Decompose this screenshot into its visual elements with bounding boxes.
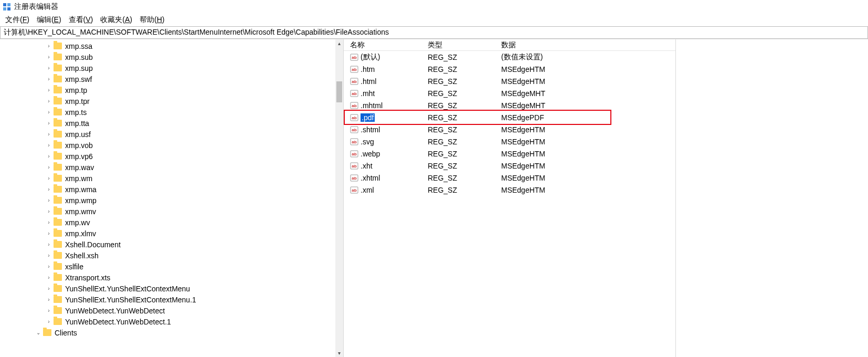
menu-favorites[interactable]: 收藏夹(A) — [100, 15, 132, 25]
value-row[interactable]: ab.mhtREG_SZMSEdgeMHT — [344, 87, 675, 99]
tree-node[interactable]: ›xmp.ssa — [0, 40, 336, 51]
tree-node[interactable]: ›xmp.wmv — [0, 206, 336, 217]
value-name: .mhtml — [361, 101, 383, 110]
chevron-right-icon[interactable]: › — [45, 153, 52, 160]
value-row[interactable]: ab.webpREG_SZMSEdgeHTM — [344, 148, 675, 160]
tree-node[interactable]: ›xmp.wm — [0, 173, 336, 184]
tree-node-label: YunShellExt.YunShellExtContextMenu — [65, 285, 190, 293]
string-value-icon: ab — [350, 113, 358, 122]
chevron-right-icon[interactable]: › — [45, 98, 52, 105]
scroll-down-arrow-icon[interactable]: ▾ — [335, 349, 343, 357]
chevron-right-icon[interactable]: › — [45, 65, 52, 72]
svg-rect-0 — [3, 3, 6, 6]
tree-node[interactable]: ›xmp.vp6 — [0, 151, 336, 162]
menu-view[interactable]: 查看(V) — [69, 15, 93, 25]
value-data: MSEdgePDF — [495, 113, 675, 122]
chevron-right-icon[interactable]: › — [45, 43, 52, 50]
tree-node[interactable]: ›xmp.sub — [0, 51, 336, 62]
tree-node[interactable]: ›YunShellExt.YunShellExtContextMenu — [0, 283, 336, 294]
chevron-down-icon[interactable]: ⌄ — [35, 329, 42, 337]
value-row[interactable]: ab.shtmlREG_SZMSEdgeHTM — [344, 123, 675, 135]
value-row[interactable]: ab.xhtREG_SZMSEdgeHTM — [344, 160, 675, 172]
chevron-right-icon[interactable]: › — [45, 164, 52, 171]
tree-node[interactable]: ›xmp.xlmv — [0, 228, 336, 239]
address-bar[interactable]: 计算机\HKEY_LOCAL_MACHINE\SOFTWARE\Clients\… — [0, 26, 868, 39]
tree-node[interactable]: ›xmp.wma — [0, 184, 336, 195]
tree-node[interactable]: ›YunShellExt.YunShellExtContextMenu.1 — [0, 294, 336, 305]
scroll-up-arrow-icon[interactable]: ▴ — [335, 39, 343, 47]
svg-text:ab: ab — [352, 67, 356, 72]
folder-icon — [54, 76, 62, 82]
chevron-right-icon[interactable]: › — [45, 307, 52, 314]
tree-node[interactable]: ›xmp.swf — [0, 74, 336, 85]
string-value-icon: ab — [350, 77, 358, 86]
tree-node[interactable]: ›xmp.ts — [0, 107, 336, 118]
col-header-name[interactable]: 名称 — [344, 40, 421, 50]
window-title: 注册表编辑器 — [14, 2, 58, 12]
tree-node[interactable]: ⌄Clients — [0, 327, 336, 338]
value-row[interactable]: ab.xmlREG_SZMSEdgeHTM — [344, 184, 675, 196]
folder-icon — [54, 307, 62, 314]
menu-edit[interactable]: 编辑(E) — [37, 15, 61, 25]
value-row[interactable]: ab.htmREG_SZMSEdgeHTM — [344, 63, 675, 75]
tree-node[interactable]: ›xmp.wv — [0, 217, 336, 228]
value-type: REG_SZ — [421, 162, 495, 170]
chevron-right-icon[interactable]: › — [45, 241, 52, 248]
tree-node[interactable]: ›xslfile — [0, 261, 336, 272]
tree-node[interactable]: ›xmp.vob — [0, 140, 336, 151]
menu-help[interactable]: 帮助(H) — [140, 15, 164, 25]
chevron-right-icon[interactable]: › — [45, 252, 52, 259]
chevron-right-icon[interactable]: › — [45, 219, 52, 226]
col-header-type[interactable]: 类型 — [421, 40, 495, 50]
chevron-right-icon[interactable]: › — [45, 296, 52, 303]
chevron-right-icon[interactable]: › — [45, 197, 52, 204]
chevron-right-icon[interactable]: › — [45, 54, 52, 61]
value-type: REG_SZ — [421, 77, 495, 86]
chevron-right-icon[interactable]: › — [45, 263, 52, 270]
tree-node[interactable]: ›xmp.wmp — [0, 195, 336, 206]
chevron-right-icon[interactable]: › — [45, 285, 52, 292]
col-header-data[interactable]: 数据 — [495, 40, 675, 50]
value-row[interactable]: ab.svgREG_SZMSEdgeHTM — [344, 135, 675, 148]
value-row[interactable]: ab.pdfREG_SZMSEdgePDF — [344, 111, 675, 123]
chevron-right-icon[interactable]: › — [45, 186, 52, 193]
value-data: MSEdgeHTM — [495, 77, 675, 86]
titlebar: 注册表编辑器 — [0, 0, 868, 14]
value-data: MSEdgeHTM — [495, 125, 675, 134]
value-name: .xht — [361, 162, 373, 170]
tree-node[interactable]: ›xmp.usf — [0, 129, 336, 140]
value-row[interactable]: ab.htmlREG_SZMSEdgeHTM — [344, 75, 675, 87]
chevron-right-icon[interactable]: › — [45, 131, 52, 138]
chevron-right-icon[interactable]: › — [45, 208, 52, 215]
tree-node[interactable]: ›xmp.sup — [0, 62, 336, 74]
tree-node[interactable]: ›xmp.wav — [0, 162, 336, 173]
tree-scrollbar[interactable]: ▴ ▾ — [335, 39, 343, 357]
tree-node[interactable]: ›xmp.tp — [0, 85, 336, 96]
tree-node[interactable]: ›Xshell.xsh — [0, 250, 336, 261]
string-value-icon: ab — [350, 162, 358, 170]
chevron-right-icon[interactable]: › — [45, 87, 52, 94]
value-name: .xhtml — [361, 174, 380, 182]
chevron-right-icon[interactable]: › — [45, 274, 52, 281]
chevron-right-icon[interactable]: › — [45, 142, 52, 149]
values-body[interactable]: ab(默认)REG_SZ(数值未设置)ab.htmREG_SZMSEdgeHTM… — [344, 51, 675, 357]
chevron-right-icon[interactable]: › — [45, 318, 52, 326]
tree-node[interactable]: ›xmp.tpr — [0, 96, 336, 107]
chevron-right-icon[interactable]: › — [45, 120, 52, 127]
tree-node[interactable]: ›Xshell.Document — [0, 239, 336, 250]
tree-node[interactable]: ›YunWebDetect.YunWebDetect.1 — [0, 316, 336, 327]
value-row[interactable]: ab.xhtmlREG_SZMSEdgeHTM — [344, 172, 675, 184]
chevron-right-icon[interactable]: › — [45, 230, 52, 237]
tree-node-label: YunWebDetect.YunWebDetect — [65, 307, 165, 315]
scroll-thumb[interactable] — [336, 81, 342, 102]
chevron-right-icon[interactable]: › — [45, 175, 52, 182]
value-row[interactable]: ab(默认)REG_SZ(数值未设置) — [344, 51, 675, 63]
tree-node[interactable]: ›Xtransport.xts — [0, 272, 336, 283]
chevron-right-icon[interactable]: › — [45, 109, 52, 116]
menu-file[interactable]: 文件(F) — [5, 15, 29, 25]
tree-node[interactable]: ›xmp.tta — [0, 118, 336, 129]
chevron-right-icon[interactable]: › — [45, 76, 52, 83]
tree-pane[interactable]: ›xmp.ssa›xmp.sub›xmp.sup›xmp.swf›xmp.tp›… — [0, 39, 344, 357]
tree-node[interactable]: ›YunWebDetect.YunWebDetect — [0, 305, 336, 316]
value-row[interactable]: ab.mhtmlREG_SZMSEdgeMHT — [344, 99, 675, 111]
